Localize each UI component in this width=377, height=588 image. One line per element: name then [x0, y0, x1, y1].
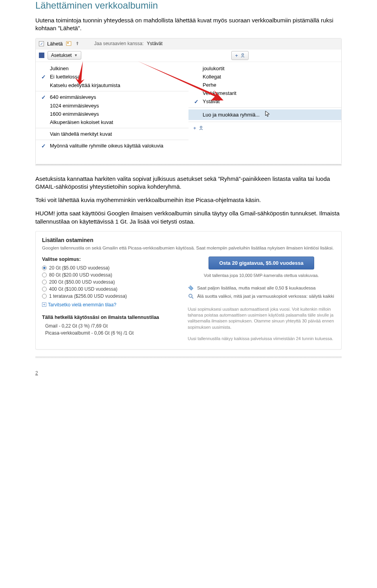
magnifier-icon — [188, 293, 194, 300]
radio-icon — [42, 266, 47, 270]
visibility-option-label: 1600 enimmäisleveys — [50, 111, 99, 117]
buy-subtext: Voit tallentaa jopa 10,000 5MP-kameralla… — [188, 273, 335, 279]
buy-button[interactable]: Osta 20 gigatavua, $5.00 vuodessa — [209, 257, 314, 269]
create-edit-groups-label: Luo ja muokkaa ryhmiä... — [203, 112, 260, 118]
paragraph-4: HUOM! jotta saat käyttöösi Googlen ilmai… — [35, 209, 342, 226]
chevron-down-icon: ▼ — [74, 53, 78, 57]
svg-line-6 — [192, 297, 193, 299]
svg-point-5 — [189, 294, 192, 297]
checkmark-icon: ✓ — [41, 143, 46, 149]
share-value: Ystävät — [147, 41, 163, 46]
plus-icon: + — [193, 125, 196, 131]
settings-dropdown[interactable]: Asetukset ▼ — [48, 51, 81, 60]
visibility-option-label: 640 enimmäisleveys — [50, 94, 96, 100]
plan-option-label: 400 Gt ($100.00 USD vuodessa) — [49, 286, 117, 292]
radio-icon — [42, 287, 47, 291]
storage-purchase-screenshot: Lisätilan ostaminen Googlen tallennustil… — [35, 231, 342, 350]
plan-option[interactable]: 400 Gt ($100.00 USD vuodessa) — [42, 286, 176, 293]
share-prefix: Jaa seuraavien kanssa: — [94, 41, 144, 46]
send-checkbox[interactable]: ✓ — [39, 41, 44, 46]
plus-icon: + — [235, 53, 238, 58]
fine-print-2: Uusi tallennustila näkyy kaikissa palvel… — [188, 336, 335, 342]
checkmark-icon: ✓ — [41, 94, 46, 100]
purchase-column: Osta 20 gigatavua, $5.00 vuodessa Voit t… — [188, 257, 335, 342]
gmail-usage: Gmail - 0,22 Gt (3 %) /7,69 Gt — [42, 322, 176, 329]
intro-paragraph: Uutena toimintoja tuonnin yhteydessä on … — [35, 16, 342, 33]
svg-point-2 — [242, 54, 244, 56]
svg-rect-1 — [67, 42, 69, 44]
settings-screenshot: ✓ Lähetä Jaa seuraavien kanssa: Ystävät … — [35, 38, 342, 164]
upload-icon — [75, 41, 80, 46]
send-label: Lähetä — [47, 41, 63, 47]
shop-title: Lisätilan ostaminen — [42, 237, 335, 243]
plan-option-label: 200 Gt ($50.00 USD vuodessa) — [49, 279, 115, 285]
choose-plan-label: Valitse sopimus: — [42, 257, 176, 262]
fine-print-1: Uusi sopimuksesi uusitaan automaattisest… — [188, 306, 335, 331]
person-icon — [240, 53, 245, 58]
svg-point-3 — [200, 126, 202, 128]
plans-column: Valitse sopimus: 20 Gt ($5.00 USD vuodes… — [42, 257, 176, 342]
plan-option-label: 20 Gt ($5.00 USD vuodessa) — [49, 265, 110, 271]
checkmark-icon: ✓ — [41, 74, 46, 80]
shadow-divider — [35, 164, 342, 166]
plan-option-label: 80 Gt ($20.00 USD vuodessa) — [49, 272, 112, 278]
paragraph-2: Asetuksista kannattaa harkiten valita so… — [35, 175, 342, 191]
visibility-option[interactable]: 1600 enimmäisleveys — [36, 110, 188, 118]
svg-point-4 — [189, 286, 190, 287]
visibility-option-label: Myönnä valituille ryhmille oikeus käyttä… — [50, 143, 163, 149]
visibility-option-label: Julkinen — [50, 66, 69, 71]
square-icon — [39, 53, 44, 58]
shadow-divider — [35, 357, 342, 359]
settings-dropdown-label: Asetukset — [51, 53, 72, 58]
plan-option-label: 1 teratavua ($256.00 USD vuodessa) — [49, 293, 127, 299]
radio-icon — [42, 280, 47, 284]
plan-option[interactable]: 1 teratavua ($256.00 USD vuodessa) — [42, 293, 176, 300]
page-title: Lähettäminen verkkoalbumiin — [35, 0, 342, 11]
visibility-option[interactable]: Vain tähdellä merkityt kuvat — [36, 130, 188, 138]
visibility-option-label: Vain tähdellä merkityt kuvat — [50, 131, 112, 137]
paragraph-3: Toki voit lähettää kuvia myöhemminkin ve… — [35, 196, 342, 204]
visibility-option-label: Alkuperäisen kokoiset kuvat — [50, 119, 113, 125]
red-arrow-right — [138, 57, 224, 104]
tag-icon — [188, 285, 194, 291]
radio-icon — [42, 273, 47, 277]
visibility-option-label: 1024 enimmäisleveys — [50, 103, 99, 109]
need-more-link[interactable]: + Tarvitsetko vielä enemmän tilaa? — [42, 302, 176, 308]
plus-box-icon: + — [42, 302, 46, 307]
add-person-row[interactable]: + — [188, 124, 341, 133]
add-group-button[interactable]: + — [231, 51, 249, 60]
person-icon — [199, 126, 203, 130]
benefit-1-text: Saat paljon lisätilaa, mutta maksat alle… — [197, 285, 316, 291]
need-more-link-label: Tarvitsetko vielä enemmän tilaa? — [48, 302, 116, 308]
page-number: 2 — [35, 370, 342, 376]
red-arrow-left — [75, 61, 91, 85]
picasa-usage: Picasa-verkkoalbumit - 0,06 Gt (6 %) /1 … — [42, 329, 176, 337]
visibility-option[interactable]: ✓Myönnä valituille ryhmille oikeus käytt… — [36, 142, 188, 150]
cursor-icon — [265, 111, 271, 119]
create-edit-groups[interactable]: Luo ja muokkaa ryhmiä... — [188, 109, 341, 120]
visibility-option[interactable]: Alkuperäisen kokoiset kuvat — [36, 118, 188, 126]
benefit-2-text: Älä suotta valikoi, mitä jaat ja varmuus… — [197, 293, 334, 300]
shop-intro: Googlen tallennustila on sekä Gmailin et… — [42, 246, 335, 250]
top-bar: ✓ Lähetä Jaa seuraavien kanssa: Ystävät — [36, 38, 341, 49]
plan-option[interactable]: 20 Gt ($5.00 USD vuodessa) — [42, 264, 176, 271]
current-storage-heading: Tällä hetkellä käytössäsi on ilmaista ta… — [42, 315, 176, 320]
plan-option[interactable]: 200 Gt ($50.00 USD vuodessa) — [42, 279, 176, 286]
album-icon — [66, 41, 71, 46]
plan-option[interactable]: 80 Gt ($20.00 USD vuodessa) — [42, 271, 176, 279]
radio-icon — [42, 294, 47, 299]
